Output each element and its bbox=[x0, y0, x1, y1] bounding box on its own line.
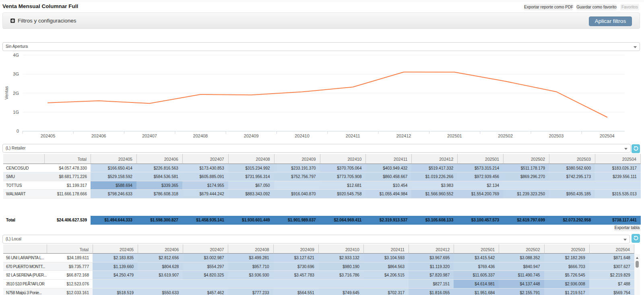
svg-text:0: 0 bbox=[17, 129, 19, 133]
svg-text:202410: 202410 bbox=[295, 133, 310, 138]
svg-text:202408: 202408 bbox=[193, 133, 208, 138]
svg-text:4G: 4G bbox=[13, 53, 19, 57]
svg-text:202504: 202504 bbox=[600, 133, 615, 138]
svg-text:202503: 202503 bbox=[549, 133, 564, 138]
svg-text:202407: 202407 bbox=[142, 133, 157, 138]
svg-text:202501: 202501 bbox=[447, 133, 462, 138]
svg-text:202411: 202411 bbox=[346, 133, 360, 138]
svg-text:202405: 202405 bbox=[41, 133, 56, 138]
svg-text:202502: 202502 bbox=[498, 133, 513, 138]
svg-text:202406: 202406 bbox=[91, 133, 106, 138]
svg-text:Ventas: Ventas bbox=[4, 86, 9, 100]
svg-text:202409: 202409 bbox=[244, 133, 259, 138]
svg-text:3G: 3G bbox=[13, 72, 19, 76]
svg-text:2G: 2G bbox=[13, 91, 19, 96]
svg-text:202412: 202412 bbox=[396, 133, 411, 138]
svg-text:1G: 1G bbox=[13, 110, 19, 115]
